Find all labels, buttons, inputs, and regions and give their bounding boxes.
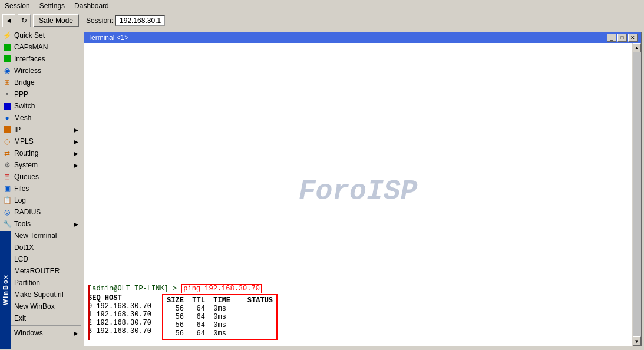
session-label: Session: <box>86 16 113 25</box>
refresh-button[interactable]: ↻ <box>18 14 31 27</box>
sidebar-item-bridge[interactable]: ⊞ Bridge <box>0 77 81 88</box>
windows-arrow: ▶ <box>74 330 78 336</box>
terminal-body[interactable]: ForoISP [admin@OLT TP-LINK] > ping 192.1… <box>84 43 641 346</box>
sidebar-item-switch[interactable]: Switch <box>0 100 81 112</box>
terminal-window: Terminal <1> _ □ ✕ ForoISP [admin@O <box>84 32 642 346</box>
output-block: SEQ HOST 0 192.168.30.70 1 192.168.30.70… <box>88 294 628 340</box>
command-text: ping 192.168.30.70 <box>181 284 262 293</box>
sidebar-item-ip[interactable]: IP ▶ <box>0 124 81 136</box>
sidebar-label-files: Files <box>14 184 29 193</box>
ping-row: 56 64 0ms <box>167 329 273 338</box>
terminal-output: [admin@OLT TP-LINK] > ping 192.168.30.70… <box>88 285 628 340</box>
sidebar-item-dot1x[interactable]: ● Dot1X <box>0 242 81 253</box>
sidebar-item-files[interactable]: ▣ Files <box>0 183 81 194</box>
sidebar-label-quick-set: Quick Set <box>14 31 45 39</box>
sidebar-item-partition[interactable]: ⊟ Partition <box>0 277 81 289</box>
routing-icon: ⇄ <box>2 148 12 158</box>
table-row: 1 192.168.30.70 <box>88 311 151 319</box>
sidebar-item-tools[interactable]: 🔧 Tools ▶ <box>0 218 81 230</box>
sidebar-label-new-terminal: New Terminal <box>14 232 57 240</box>
sidebar-item-log[interactable]: 📋 Log <box>0 194 81 206</box>
ip-icon <box>2 125 12 134</box>
wireless-icon: ◉ <box>2 66 12 75</box>
terminal-content[interactable]: ForoISP [admin@OLT TP-LINK] > ping 192.1… <box>84 43 632 346</box>
content-area: Terminal <1> _ □ ✕ ForoISP [admin@O <box>81 29 644 349</box>
sidebar-label-ip: IP <box>14 126 21 134</box>
table-row: 2 192.168.30.70 <box>88 319 151 327</box>
sidebar-item-windows[interactable]: ▣ Windows ▶ <box>0 327 81 339</box>
sidebar-item-new-winbox[interactable]: ◉ New WinBox <box>0 301 81 312</box>
sidebar-item-mpls[interactable]: ◌ MPLS ▶ <box>0 136 81 147</box>
sidebar-item-make-supout[interactable]: ⚙ Make Supout.rif <box>0 289 81 301</box>
scroll-track[interactable] <box>633 52 641 336</box>
main-layout: ⚡ Quick Set CAPsMAN Interfaces ◉ Wireles… <box>0 29 644 349</box>
sidebar-label-capsman: CAPsMAN <box>14 43 48 51</box>
sidebar-item-ppp[interactable]: • PPP <box>0 88 81 100</box>
sidebar-item-exit[interactable]: ✕ Exit <box>0 312 81 324</box>
sidebar-item-routing[interactable]: ⇄ Routing ▶ <box>0 147 81 159</box>
sidebar-item-wireless[interactable]: ◉ Wireless <box>0 65 81 77</box>
toolbar: ◄ ↻ Safe Mode Session: 192.168.30.1 <box>0 12 644 29</box>
queues-icon: ⊟ <box>2 172 12 181</box>
sidebar-item-lcd[interactable]: ▭ LCD <box>0 253 81 265</box>
sidebar-label-exit: Exit <box>14 314 26 322</box>
terminal-minimize-button[interactable]: _ <box>607 34 616 42</box>
sidebar-label-partition: Partition <box>14 279 40 287</box>
sidebar-item-system[interactable]: ⚙ System ▶ <box>0 159 81 171</box>
sidebar-label-mpls: MPLS <box>14 137 34 146</box>
back-button[interactable]: ◄ <box>2 14 15 27</box>
quick-set-icon: ⚡ <box>2 31 12 40</box>
sidebar-item-quick-set[interactable]: ⚡ Quick Set <box>0 29 81 41</box>
menu-session[interactable]: Session <box>2 1 32 11</box>
menu-bar: Session Settings Dashboard <box>0 0 644 12</box>
bridge-icon: ⊞ <box>2 78 12 87</box>
session-value: 192.168.30.1 <box>115 15 165 26</box>
sidebar-label-log: Log <box>14 196 26 204</box>
sidebar-item-queues[interactable]: ⊟ Queues <box>0 171 81 183</box>
sidebar-item-mesh[interactable]: ● Mesh <box>0 112 81 124</box>
cursor-indicator <box>88 285 90 340</box>
sidebar-label-routing: Routing <box>14 149 38 157</box>
sidebar: ⚡ Quick Set CAPsMAN Interfaces ◉ Wireles… <box>0 29 81 349</box>
system-icon: ⚙ <box>2 160 12 170</box>
terminal-maximize-button[interactable]: □ <box>617 34 627 42</box>
scroll-down-button[interactable]: ▼ <box>633 336 641 346</box>
sidebar-label-radius: RADIUS <box>14 208 41 216</box>
seq-header: SEQ HOST <box>88 294 151 302</box>
menu-dashboard[interactable]: Dashboard <box>72 1 111 11</box>
sidebar-item-radius[interactable]: ◎ RADIUS <box>0 206 81 218</box>
ip-arrow: ▶ <box>74 127 78 133</box>
terminal-title: Terminal <1> <box>88 34 128 42</box>
winbox-label: WinBox <box>0 231 11 349</box>
ping-row: 56 64 0ms <box>167 305 273 313</box>
sidebar-label-windows: Windows <box>14 329 43 337</box>
sidebar-label-bridge: Bridge <box>14 78 35 87</box>
sidebar-label-switch: Switch <box>14 102 35 110</box>
terminal-scrollbar: ▲ ▼ <box>632 43 641 346</box>
sidebar-label-new-winbox: New WinBox <box>14 302 55 311</box>
sidebar-label-tools: Tools <box>14 220 31 228</box>
system-arrow: ▶ <box>74 162 78 169</box>
sidebar-item-capsman[interactable]: CAPsMAN <box>0 41 81 53</box>
terminal-close-button[interactable]: ✕ <box>628 34 638 42</box>
sidebar-item-interfaces[interactable]: Interfaces <box>0 53 81 65</box>
tools-arrow: ▶ <box>74 221 78 227</box>
interfaces-icon <box>2 54 12 64</box>
scroll-up-button[interactable]: ▲ <box>633 43 641 52</box>
sidebar-item-new-terminal[interactable]: New Terminal <box>0 230 81 242</box>
sidebar-label-metarouter: MetaROUTER <box>14 267 60 275</box>
sidebar-label-ppp: PPP <box>14 90 28 98</box>
sidebar-label-make-supout: Make Supout.rif <box>14 290 64 299</box>
sidebar-item-metarouter[interactable]: MetaROUTER <box>0 265 81 277</box>
prompt-text: [admin@OLT TP-LINK] > <box>88 285 177 293</box>
ppp-icon: • <box>2 90 12 99</box>
tools-icon: 🔧 <box>2 219 12 229</box>
menu-settings[interactable]: Settings <box>37 1 67 11</box>
safe-mode-button[interactable]: Safe Mode <box>33 14 79 27</box>
mpls-icon: ◌ <box>2 137 12 146</box>
capsman-icon <box>2 42 12 52</box>
sidebar-label-dot1x: Dot1X <box>14 243 34 252</box>
table-row: 0 192.168.30.70 <box>88 302 151 311</box>
ping-row: 56 64 0ms <box>167 313 273 321</box>
table-row: 3 192.168.30.70 <box>88 327 151 335</box>
